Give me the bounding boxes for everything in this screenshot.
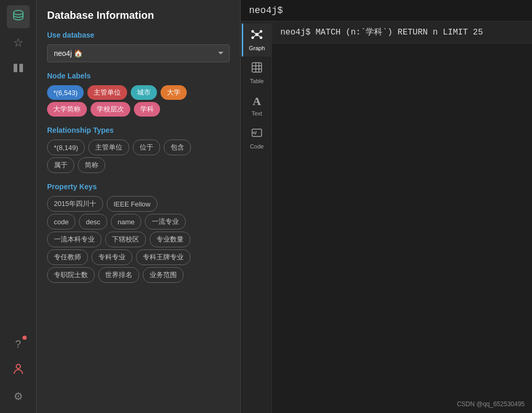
node-labels-tags: *(6,543) 主管单位 城市 大学 [47, 85, 230, 100]
prop-2015[interactable]: 2015年四川十 [47, 196, 103, 212]
tag-xueke[interactable]: 学科 [134, 102, 160, 117]
user-icon [12, 363, 25, 378]
database-select[interactable]: neo4j 🏠 [47, 44, 230, 62]
tab-graph-label: Graph [249, 45, 265, 51]
tab-graph[interactable]: Graph [242, 24, 271, 56]
panel-title: Database Information [47, 9, 230, 21]
tag-zhuguandanwei[interactable]: 主管单位 [87, 85, 127, 100]
gear-icon: ⚙ [14, 390, 23, 403]
prop-zhuanzhiyuanshi[interactable]: 专职院士数 [47, 267, 95, 283]
cmd-bar-text: neo4j$ [249, 5, 283, 16]
help-badge [22, 336, 27, 340]
left-panel: Database Information Use database neo4j … [37, 0, 241, 413]
graph-tab-icon [251, 29, 263, 43]
graph-canvas: neo4j$ MATCH (n:`学科`) RETURN n LIMIT 25 … [272, 21, 532, 413]
prop-ieee[interactable]: IEEE Fellow [107, 196, 157, 212]
prop-xiaxiaoqux[interactable]: 下辖校区 [105, 232, 146, 247]
tag-chengshi[interactable]: 城市 [131, 85, 157, 100]
tag-rel-zhuguandanwei[interactable]: 主管单位 [88, 140, 129, 155]
tab-code[interactable]: Code [242, 122, 271, 155]
tab-code-label: Code [250, 143, 264, 150]
sidebar-icon-star[interactable]: ☆ [7, 31, 30, 54]
tab-table[interactable]: Table [242, 56, 271, 89]
svg-rect-13 [252, 63, 262, 72]
use-database-label: Use database [47, 31, 230, 39]
svg-line-10 [258, 32, 261, 34]
prop-shijiepaiming[interactable]: 世界排名 [98, 267, 139, 283]
svg-rect-1 [14, 64, 17, 72]
watermark: CSDN @qq_652530495 [457, 400, 525, 408]
property-keys-title: Property Keys [47, 182, 230, 191]
tag-rel-baohan[interactable]: 包含 [164, 140, 191, 155]
tab-text-label: Text [252, 110, 262, 117]
help-icon: ? [15, 338, 21, 350]
node-labels-title: Node Labels [47, 72, 230, 80]
prop-code[interactable]: code [47, 214, 75, 230]
prop-zhuanrenjiaoshi[interactable]: 专任教师 [47, 249, 88, 265]
sidebar-icon-database[interactable] [7, 5, 30, 28]
svg-point-6 [260, 30, 263, 33]
prop-desc[interactable]: desc [79, 214, 107, 230]
prop-yiliuzhuanye[interactable]: 一流专业 [145, 214, 186, 230]
tab-text[interactable]: A Text [242, 89, 271, 122]
svg-point-3 [16, 364, 20, 369]
tab-sidebar: Graph Table A Text [241, 21, 272, 413]
tab-table-label: Table [250, 78, 264, 84]
relationship-types-tags-2: 属于 简称 [47, 157, 230, 173]
tag-all-nodes[interactable]: *(6,543) [47, 85, 84, 100]
prop-name[interactable]: name [111, 214, 142, 230]
relationship-types-title: Relationship Types [47, 126, 230, 134]
tag-rel-jiancheng[interactable]: 简称 [78, 157, 105, 173]
svg-point-7 [252, 37, 254, 39]
prop-zhuanyeshuliang[interactable]: 专业数量 [150, 232, 190, 247]
property-keys-row2: code desc name 一流专业 [47, 214, 230, 230]
database-select-wrap: neo4j 🏠 [47, 44, 230, 62]
property-keys-row1: 2015年四川十 IEEE Fellow [47, 196, 230, 212]
tag-rel-weiyu[interactable]: 位于 [133, 140, 160, 155]
result-area: Graph Table A Text [241, 21, 532, 413]
tag-daxuejianchen[interactable]: 大学简称 [47, 102, 87, 117]
prop-yiliubenkezhuanye[interactable]: 一流本科专业 [47, 232, 101, 247]
tag-daxue[interactable]: 大学 [161, 85, 187, 100]
svg-rect-2 [19, 64, 23, 72]
property-keys-row4: 专任教师 专科专业 专科王牌专业 [47, 249, 230, 265]
svg-point-0 [14, 10, 23, 15]
prop-zhuankezhuanye[interactable]: 专科专业 [92, 249, 132, 265]
code-tab-icon [251, 127, 263, 141]
play-icon [13, 62, 24, 76]
svg-point-5 [252, 30, 254, 33]
property-keys-row3: 一流本科专业 下辖校区 专业数量 [47, 232, 230, 247]
prop-yewufanwei[interactable]: 业务范围 [143, 267, 184, 283]
sidebar-icon-user[interactable] [7, 359, 30, 382]
svg-line-11 [254, 36, 256, 37]
sidebar-icon-play[interactable] [7, 58, 30, 81]
relationship-types-tags: *(8,149) 主管单位 位于 包含 [47, 140, 230, 155]
cmd-bar: neo4j$ [241, 0, 532, 21]
star-icon: ☆ [13, 36, 24, 50]
table-tab-icon [251, 62, 263, 76]
svg-line-19 [255, 131, 256, 134]
tag-rel-shuyu[interactable]: 属于 [47, 157, 74, 173]
sidebar-icon-gear[interactable]: ⚙ [7, 385, 30, 408]
tag-all-rels[interactable]: *(8,149) [47, 140, 85, 155]
node-labels-tags-2: 大学简称 学校层次 学科 [47, 102, 230, 117]
database-icon [12, 9, 25, 25]
tag-xuexiaocengci[interactable]: 学校层次 [90, 102, 130, 117]
svg-line-9 [254, 32, 256, 34]
sidebar-icons: ☆ ? ⚙ [0, 0, 37, 413]
prop-zhuankewangpai[interactable]: 专科王牌专业 [136, 249, 190, 265]
text-tab-icon: A [253, 95, 261, 108]
right-area: neo4j$ [241, 0, 532, 413]
sidebar-icon-help[interactable]: ? [7, 332, 30, 355]
svg-line-12 [258, 36, 261, 37]
query-bar-text: neo4j$ MATCH (n:`学科`) RETURN n LIMIT 25 [280, 28, 483, 37]
query-bar: neo4j$ MATCH (n:`学科`) RETURN n LIMIT 25 [272, 21, 532, 43]
property-keys-row5: 专职院士数 世界排名 业务范围 [47, 267, 230, 283]
svg-point-8 [260, 37, 263, 39]
